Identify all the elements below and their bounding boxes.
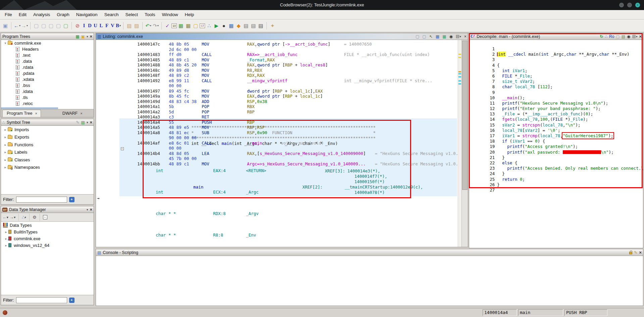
letter-b-button[interactable]: B ▾ [116, 22, 121, 30]
import-symbols-icon[interactable]: ▤ [81, 120, 85, 125]
goto-table-icon[interactable]: ▦ [436, 34, 439, 39]
clear-code-icon[interactable]: ⊘ [74, 22, 81, 30]
dropdown-icon[interactable]: ▾ [119, 24, 121, 27]
symbol-tree-item[interactable]: ▸ ● Labels [1, 149, 94, 156]
tree-root-data-types[interactable]: Data Types [1, 222, 94, 228]
forward-icon[interactable]: →▾ [10, 215, 16, 220]
scrollbar-thumb[interactable] [462, 41, 467, 190]
listing-row[interactable]: 90 00 00 00 [96, 135, 468, 140]
function-variable-row[interactable]: intEAX:4<RETURN> [156, 168, 269, 173]
chevron-right-icon[interactable]: ▸ [3, 165, 8, 169]
letter-l-button[interactable]: L [99, 22, 104, 30]
refresh-icon[interactable]: ↻ [600, 34, 603, 39]
copy-icon[interactable]: ▢ [415, 34, 419, 39]
video-green-icon[interactable]: ▦ [178, 22, 184, 30]
hand-tool-icon[interactable]: ✦ [269, 22, 276, 30]
back-icon[interactable]: ←▾ [2, 215, 8, 220]
forward-icon[interactable]: → ▾ [21, 22, 28, 30]
symbol-tree-item[interactable]: ▸ ▲ Imports [1, 126, 94, 134]
menu-item[interactable]: Navigation [73, 10, 101, 19]
reapply-flow-icon[interactable]: ▨ [133, 22, 140, 30]
listing-row[interactable]: 1400014af e8 6c 01 CALL __main void __ma… [96, 140, 468, 146]
listing-row[interactable]: 140001492 e8 99 11 CALL __mingw_vfprintf… [96, 78, 468, 83]
letter-v-button[interactable]: V [110, 22, 115, 30]
tree-item-section[interactable]: .xdata [1, 76, 94, 82]
tree-item-section[interactable]: .rdata [1, 64, 94, 70]
code-line[interactable]: 1 [469, 41, 643, 47]
chevron-right-icon[interactable]: ▸ [3, 143, 8, 147]
function-label[interactable]: main [193, 184, 203, 190]
xref-address[interactable]: 14000a078(*) [354, 190, 385, 195]
dropdown-icon[interactable]: ▾ [27, 24, 28, 27]
menu-item[interactable]: Search [101, 10, 122, 19]
xref-address[interactable]: 1400014f7(*), [354, 174, 387, 179]
tree-item-section[interactable]: .reloc [1, 100, 94, 106]
lock-icon[interactable] [629, 252, 632, 254]
library-folder-icon[interactable]: ▢ [192, 22, 199, 30]
tree-root-commlink[interactable]: ▾ commlink.exe [1, 40, 94, 46]
chevron-right-icon[interactable]: ▸ [3, 150, 8, 154]
tree-item-section[interactable]: .idata [1, 88, 94, 94]
listing-row[interactable]: 1400014a8 48 81 ec SUB RSP,0x90 [96, 130, 468, 135]
menu-dropdown-icon[interactable]: ▾ [87, 208, 88, 211]
close-button[interactable]: × [635, 3, 640, 7]
memory-map-icon[interactable]: ▤ [243, 22, 249, 30]
diamond-icon[interactable]: ◆ [235, 22, 242, 30]
ro-label[interactable]: Ro [609, 34, 614, 39]
listing-row[interactable]: 14000149d 48 83 c4 38 ADD RSP,0x38 [96, 99, 468, 104]
listing-row[interactable]: 1400014a1 5b POP RBX [96, 104, 468, 109]
symbol-tree-item[interactable]: ▸ Exports [1, 134, 94, 141]
paste-green-icon[interactable]: ▢ [62, 22, 69, 30]
symbol-tree-item[interactable]: ▸ {} Namespaces [1, 164, 94, 171]
export-icon[interactable]: ▤ [622, 34, 625, 39]
function-variable-row[interactable]: intECX:4_Argc [156, 190, 269, 195]
xref-address[interactable]: __tmainCRTStartup:1400012e9(c), [345, 184, 423, 190]
gear-icon[interactable]: ⚙ [33, 215, 37, 220]
close-icon[interactable]: × [90, 120, 92, 125]
menu-icon[interactable]: ▤▾ [632, 34, 638, 39]
menu-dropdown-icon[interactable]: ▾ [87, 121, 88, 124]
tab-dwarf[interactable]: DWARF × [58, 110, 86, 117]
letter-d-button[interactable]: D [87, 22, 92, 30]
redo-icon[interactable]: ↷ ▾ [152, 22, 159, 30]
graph-icon[interactable]: ∴ [605, 34, 607, 39]
listing-row[interactable]: 1400014a4 55 PUSH RBP [96, 119, 468, 125]
callgraph-icon[interactable]: ∴ [206, 22, 212, 30]
menu-dropdown-icon[interactable]: ▾ [87, 35, 88, 38]
edit-pencil-icon[interactable]: ✎ [76, 120, 79, 125]
menu-item[interactable]: File [1, 10, 15, 19]
listing-row[interactable]: 140001497 89 45 fc MOV dword ptr [RBP + … [96, 88, 468, 94]
chevron-right-icon[interactable]: ▸ [3, 135, 8, 139]
decompile-code[interactable]: 1 2int __cdecl main(int _Argc,char **_Ar… [469, 40, 643, 248]
copy-special-icon[interactable]: ▢ [33, 22, 40, 30]
video-olive-icon[interactable]: ▦ [185, 22, 192, 30]
letter-i-button[interactable]: I [82, 22, 87, 30]
debug-icon[interactable]: ● [220, 22, 227, 30]
close-icon[interactable]: × [639, 250, 642, 255]
minimize-button[interactable]: – [619, 3, 624, 7]
function-variable-row[interactable]: char * *R8:8_Env [156, 232, 269, 238]
type-hierarchy-icon[interactable]: ∴▾ [22, 215, 26, 220]
dropdown-icon[interactable]: ▾ [157, 24, 159, 27]
listing-row[interactable]: 1400014b4 48 8d 05 LEA RAX,[s_HexGuns_Se… [96, 151, 468, 156]
tree-item-section[interactable]: .bss [1, 82, 94, 88]
run-icon[interactable]: ▶ [213, 22, 220, 30]
filter-options-icon[interactable]: + [69, 197, 75, 202]
menu-item[interactable]: Tools [141, 10, 159, 19]
close-icon[interactable]: × [464, 34, 466, 39]
xref-address[interactable]: 14000150f(*) [354, 179, 385, 184]
listing-row[interactable]: 00 00 [96, 83, 468, 88]
data-type-archive[interactable]: ▸ BuiltInTypes [1, 228, 94, 235]
status-icon[interactable] [3, 310, 7, 315]
tree-item-section[interactable]: .tls [1, 94, 94, 100]
listing-row[interactable]: 14000149a 8b 45 fc MOV EAX,dword ptr [RB… [96, 93, 468, 99]
maximize-button[interactable]: □ [627, 3, 632, 7]
edit-pencil-icon[interactable]: ✎ [634, 250, 637, 255]
function-variable-row[interactable]: char * *RDX:8_Argv [156, 211, 269, 216]
snapshot-icon[interactable]: ◉ [449, 34, 453, 39]
close-tab-icon[interactable]: × [35, 111, 37, 115]
xref-address[interactable]: 1400014e3(*), [347, 168, 380, 173]
close-icon[interactable]: × [639, 34, 642, 39]
diff-view-icon[interactable]: ▦ [442, 34, 446, 39]
dtm-filter-input[interactable] [16, 297, 67, 303]
